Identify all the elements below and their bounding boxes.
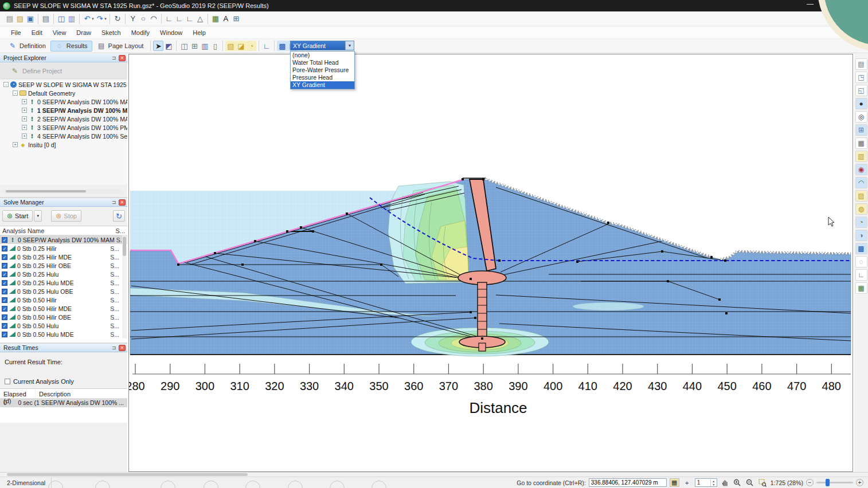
start-button[interactable]: ⊛ Start bbox=[2, 210, 33, 222]
sketch-dimension-icon[interactable]: ∟ bbox=[174, 14, 185, 24]
tree-item[interactable]: +▼▼▼4 SEEP/W Analysis DW 100% Setelah Ke bbox=[0, 132, 127, 140]
view-table-icon[interactable]: ▦ bbox=[855, 137, 867, 149]
view-node-result-icon[interactable]: ● bbox=[855, 98, 867, 109]
menu-item-window[interactable]: Window bbox=[155, 27, 187, 38]
zoom-increase-icon[interactable]: + bbox=[856, 479, 863, 486]
analysis-checkbox[interactable]: ✓ bbox=[2, 332, 7, 337]
menu-item-file[interactable]: File bbox=[6, 27, 26, 38]
analysis-row[interactable]: ✓▼▼▼0 SEEP/W Analysis DW 100% MAMS... bbox=[0, 235, 127, 244]
analysis-checkbox[interactable]: ✓ bbox=[2, 289, 7, 294]
minimize-button[interactable]: — bbox=[801, 0, 819, 10]
analysis-row[interactable]: ✓0 Stb 0.25 Hulu MDES... bbox=[0, 278, 127, 287]
analysis-row[interactable]: ✓0 Stb 0.25 HilirS... bbox=[0, 244, 127, 253]
draw-material-region-icon[interactable]: ▨ bbox=[855, 190, 867, 202]
analysis-row[interactable]: ✓0 Stb 0.25 Hilir MDES... bbox=[0, 253, 127, 261]
dropdown-option-xy-gradient[interactable]: XY Gradient bbox=[291, 81, 354, 89]
analysis-row[interactable]: ✓0 Stb 0.50 HilirS... bbox=[0, 296, 127, 304]
page-number-spinner[interactable]: 1 ▲▼ bbox=[695, 478, 717, 487]
tree-expander[interactable]: + bbox=[22, 133, 27, 139]
sketch-angle-icon[interactable]: △ bbox=[195, 14, 205, 24]
tree-expander[interactable]: + bbox=[22, 99, 27, 104]
pin-icon[interactable]: ⊐ bbox=[111, 199, 117, 206]
menu-item-modify[interactable]: Modify bbox=[126, 27, 155, 38]
column-status[interactable]: S... bbox=[113, 226, 127, 235]
pin-icon[interactable]: ⊐ bbox=[111, 55, 117, 61]
view-mesh-icon[interactable]: ⊞ bbox=[855, 124, 867, 136]
column-analysis-name[interactable]: Analysis Name bbox=[0, 226, 113, 235]
analysis-row[interactable]: ✓0 Stb 0.25 Hulu OBES... bbox=[0, 287, 127, 296]
column-description[interactable]: Description bbox=[36, 389, 74, 398]
menu-item-view[interactable]: View bbox=[48, 27, 72, 38]
tree-item[interactable]: +▼▼▼1 SEEP/W Analysis DW 100% MAN bbox=[0, 106, 127, 115]
zoom-out-icon[interactable] bbox=[745, 478, 755, 487]
animation-icon[interactable]: ▯ bbox=[210, 41, 220, 51]
coordinate-history-button[interactable]: ▦ bbox=[670, 478, 679, 487]
draw-time-steps-icon[interactable]: ◔ bbox=[855, 217, 867, 228]
close-icon[interactable]: × bbox=[119, 345, 126, 351]
dropdown-option-water-total-head[interactable]: Water Total Head bbox=[291, 59, 354, 66]
analysis-row[interactable]: ✓0 Stb 0.50 Hilir OBES... bbox=[0, 313, 127, 321]
zoom-select-icon[interactable]: ◩ bbox=[163, 41, 174, 51]
zoom-slider-knob[interactable] bbox=[826, 479, 830, 486]
zoom-in-icon[interactable] bbox=[733, 478, 742, 487]
page-layout-button[interactable]: ▤ Page Layout bbox=[92, 41, 148, 52]
contour-shading-icon[interactable]: ▩ bbox=[277, 41, 287, 51]
menu-item-help[interactable]: Help bbox=[187, 27, 211, 38]
analysis-row[interactable]: ✓0 Stb 0.25 HuluS... bbox=[0, 270, 127, 278]
slip-search-icon[interactable]: ◌ bbox=[855, 256, 867, 267]
tree-item[interactable]: +◆Insitu [0 d] bbox=[0, 140, 127, 149]
tree-expander[interactable]: - bbox=[13, 90, 18, 96]
sketch-arc-icon[interactable]: ◠ bbox=[148, 14, 159, 24]
draw-phases-icon[interactable]: ◑ bbox=[855, 230, 867, 241]
analysis-row[interactable]: ✓0 Stb 0.50 Hulu MDES... bbox=[0, 330, 127, 339]
project-tree-hscrollbar[interactable] bbox=[2, 189, 123, 194]
tree-expander[interactable]: - bbox=[3, 82, 9, 87]
split-view-icon[interactable]: ⊞ bbox=[189, 41, 200, 51]
sketch-axes-icon[interactable]: ∟ bbox=[164, 14, 174, 24]
crosshair-icon[interactable]: + bbox=[682, 478, 692, 487]
view-point-info-icon[interactable]: ◎ bbox=[855, 111, 867, 123]
copy-view-icon[interactable]: ◳ bbox=[855, 72, 867, 83]
insert-picture-icon[interactable]: ▦ bbox=[210, 14, 221, 24]
save-icon[interactable]: ▣ bbox=[25, 14, 36, 24]
graph-axes-icon[interactable]: ∟ bbox=[855, 269, 867, 281]
analysis-checkbox[interactable]: ✓ bbox=[2, 246, 7, 251]
sketch-circle-icon[interactable]: ○ bbox=[138, 14, 148, 24]
draw-vectors-icon[interactable]: ◉ bbox=[855, 164, 867, 175]
dropdown-option-pressure-head[interactable]: Pressure Head bbox=[291, 74, 354, 81]
draw-region-icon[interactable]: ▧ bbox=[855, 151, 867, 162]
results-button[interactable]: ◌ Results bbox=[50, 41, 92, 52]
analysis-checkbox[interactable]: ✓ bbox=[2, 323, 7, 329]
report-icon[interactable]: ▥ bbox=[200, 41, 210, 51]
define-project-button[interactable]: ✎ Define Project bbox=[6, 65, 67, 77]
copy-graphics-icon[interactable]: ◫ bbox=[179, 41, 189, 51]
menu-item-sketch[interactable]: Sketch bbox=[96, 27, 126, 38]
analysis-row[interactable]: ✓0 Stb 0.50 Hilir MDES... bbox=[0, 304, 127, 313]
analysis-checkbox[interactable]: ✓ bbox=[2, 306, 7, 312]
analysis-list-vscrollbar[interactable] bbox=[122, 235, 127, 339]
new-file-icon[interactable]: ▤ bbox=[5, 14, 15, 24]
analysis-checkbox[interactable]: ✓ bbox=[2, 271, 7, 277]
print-icon[interactable]: ▤ bbox=[41, 14, 51, 24]
contour-fill-icon[interactable]: ▩ bbox=[855, 243, 867, 254]
copy-icon[interactable]: ◫ bbox=[56, 14, 67, 24]
tree-item[interactable]: -◔SEEP W SLOPE W SIGMA W STA 1925 Run bbox=[0, 80, 127, 89]
insert-text-icon[interactable]: A bbox=[221, 14, 231, 24]
menu-item-edit[interactable]: Edit bbox=[26, 27, 48, 38]
analysis-checkbox[interactable]: ✓ bbox=[2, 314, 7, 320]
insert-table-icon[interactable]: ⊞ bbox=[231, 14, 241, 24]
open-file-icon[interactable]: ▨ bbox=[15, 14, 25, 24]
combobox-arrow-icon[interactable]: ▼ bbox=[345, 41, 354, 50]
drawing-canvas[interactable]: 2802903003103203303403503603703803904004… bbox=[128, 54, 853, 472]
analysis-checkbox[interactable]: ✓ bbox=[2, 237, 7, 243]
analysis-row[interactable]: ✓0 Stb 0.25 Hilir OBES... bbox=[0, 261, 127, 270]
paste-view-icon[interactable]: ◱ bbox=[855, 85, 867, 96]
zoom-slider[interactable] bbox=[816, 482, 853, 483]
dropdown-option--none-[interactable]: (none) bbox=[291, 52, 354, 59]
menu-item-draw[interactable]: Draw bbox=[71, 27, 96, 38]
analysis-row[interactable]: ✓0 Stb 0.50 HuluS... bbox=[0, 321, 127, 330]
contour-parameter-combobox[interactable]: XY Gradient ▼ bbox=[290, 41, 354, 50]
tree-expander[interactable]: + bbox=[22, 108, 27, 113]
draw-flow-path-icon[interactable]: ◔ bbox=[246, 41, 256, 51]
close-icon[interactable]: × bbox=[119, 199, 126, 206]
